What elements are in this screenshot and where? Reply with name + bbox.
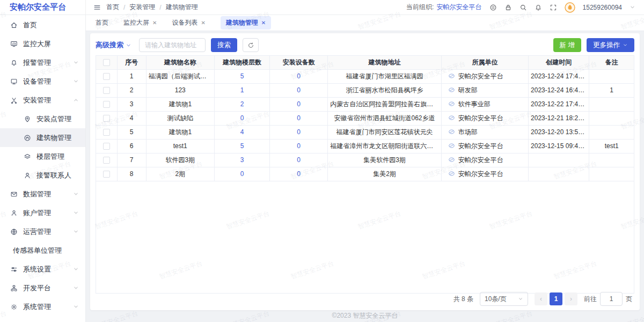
devices-count-link[interactable]: 0: [270, 167, 328, 181]
floors-count-link[interactable]: 5: [214, 69, 269, 83]
row-checkbox[interactable]: [103, 171, 110, 178]
sidebar-item-9[interactable]: 数据管理: [0, 185, 85, 203]
collapse-menu-icon[interactable]: [93, 4, 101, 11]
advanced-search-toggle[interactable]: 高级搜索: [96, 40, 131, 50]
row-checkbox[interactable]: [103, 73, 110, 80]
top-header: 安帕尔安全平台 首页/安装管理/建筑物管理 当前组织: 安帕尔安全平台 1525…: [0, 0, 644, 15]
sidebar-item-13[interactable]: 系统设置: [0, 260, 85, 279]
devices-count-link[interactable]: 0: [270, 125, 328, 139]
chevron-down-icon: [73, 78, 79, 84]
devices-count-link[interactable]: 0: [270, 97, 328, 111]
remark: [589, 125, 634, 139]
owner-unit: 安帕尔安全平台: [441, 139, 528, 153]
sidebar-item-8[interactable]: 接警联系人: [0, 166, 85, 185]
fullscreen-icon[interactable]: [550, 4, 557, 11]
sidebar-item-6[interactable]: 建筑物管理: [0, 128, 85, 147]
goto-page-input[interactable]: [600, 292, 623, 306]
tab-2[interactable]: 设备列表✕: [172, 18, 205, 27]
col-building-name: 建筑物名称: [146, 56, 214, 69]
username[interactable]: 15259260094: [583, 4, 622, 11]
owner-unit-label: 安帕尔安全平台: [458, 142, 503, 150]
sidebar-item-14[interactable]: 开发平台: [0, 279, 85, 297]
add-button[interactable]: 新 增: [553, 38, 581, 52]
floors-count-link[interactable]: 5: [214, 139, 269, 153]
sidebar-item-15[interactable]: 系统管理: [0, 297, 85, 316]
page-size-select[interactable]: 10条/页: [480, 292, 528, 306]
more-actions-button[interactable]: 更多操作: [587, 38, 634, 52]
building-address: 福建省厦门市同安区莲花镇状元尖: [328, 125, 441, 139]
floors-count-link[interactable]: 0: [214, 111, 269, 125]
building-name: 软件园3期: [146, 153, 214, 167]
floors-count-link[interactable]: 3: [214, 153, 269, 167]
sidebar-item-3[interactable]: 设备管理: [0, 72, 85, 91]
breadcrumb-item[interactable]: 建筑物管理: [166, 3, 198, 12]
chevron-down-icon: [73, 60, 79, 65]
bell-icon[interactable]: [535, 4, 542, 11]
row-checkbox[interactable]: [103, 129, 110, 136]
floors-count-link[interactable]: 0: [214, 167, 269, 181]
tab-1[interactable]: 监控大屏✕: [123, 18, 157, 27]
sidebar-item-1[interactable]: 监控大屏: [0, 34, 85, 53]
col-created: 创建时间: [529, 56, 589, 69]
org-name[interactable]: 安帕尔安全平台: [437, 3, 482, 11]
row-checkbox[interactable]: [103, 157, 110, 164]
page-suffix-label: 页: [626, 295, 632, 304]
address-search-input[interactable]: [139, 38, 206, 52]
sidebar-item-label: 安装管理: [23, 96, 73, 105]
contact-icon: [24, 172, 31, 179]
tab-3[interactable]: 建筑物管理✕: [221, 16, 271, 30]
floors-count-link[interactable]: 2: [214, 97, 269, 111]
chevron-down-icon: [623, 42, 628, 48]
created-time: [529, 167, 589, 181]
close-icon[interactable]: ✕: [152, 20, 157, 26]
sidebar-item-12[interactable]: 传感器单位管理: [0, 241, 85, 260]
prev-page-button[interactable]: ‹: [535, 292, 547, 305]
lock-icon[interactable]: [504, 4, 512, 11]
sidebar-item-label: 安装点管理: [36, 114, 79, 124]
sidebar-item-2[interactable]: 报警管理: [0, 53, 85, 72]
tab-0[interactable]: 首页: [96, 18, 108, 27]
select-all-checkbox[interactable]: [103, 59, 110, 66]
sidebar-item-5[interactable]: 安装点管理: [0, 109, 85, 128]
close-icon[interactable]: ✕: [261, 20, 266, 26]
current-org: 当前组织: 安帕尔安全平台: [406, 3, 482, 12]
row-checkbox[interactable]: [103, 115, 110, 122]
created-time: 2023-12-24 16:40:15: [529, 83, 589, 97]
table-row: 6test150福建省漳州市龙文区朝阳街道联六线辅路安帕尔安全平台2023-12…: [96, 139, 634, 153]
refresh-button[interactable]: [243, 38, 259, 52]
breadcrumb-item[interactable]: 首页: [106, 3, 119, 12]
sidebar-item-label: 首页: [23, 20, 79, 30]
install-point-icon: [24, 115, 31, 123]
avatar[interactable]: [565, 2, 575, 13]
tab-label: 首页: [96, 18, 108, 27]
sidebar-item-0[interactable]: 首页: [0, 16, 85, 34]
devices-count-link[interactable]: 0: [270, 139, 328, 153]
row-checkbox[interactable]: [103, 143, 110, 150]
owner-unit: 安帕尔安全平台: [441, 69, 528, 83]
sidebar-item-4[interactable]: 安装管理: [0, 91, 85, 109]
platform-icon[interactable]: [489, 4, 497, 11]
page-1-button[interactable]: 1: [550, 292, 562, 305]
row-checkbox[interactable]: [103, 101, 110, 108]
row-select-cell: [96, 139, 117, 153]
breadcrumb-item[interactable]: 安装管理: [129, 3, 155, 12]
devices-count-link[interactable]: 0: [270, 69, 328, 83]
next-page-button[interactable]: ›: [565, 292, 577, 305]
search-button[interactable]: 搜索: [211, 38, 237, 52]
floors-count-link[interactable]: 1: [214, 83, 269, 97]
sidebar-item-label: 传感器单位管理: [13, 246, 79, 255]
chevron-down-icon[interactable]: [630, 4, 635, 10]
row-select-cell: [96, 111, 117, 125]
row-checkbox[interactable]: [103, 87, 110, 94]
devices-count-link[interactable]: 0: [270, 153, 328, 167]
devices-count-link[interactable]: 0: [270, 83, 328, 97]
sidebar-item-7[interactable]: 楼层管理: [0, 147, 85, 166]
search-icon[interactable]: [519, 4, 527, 11]
devices-count-link[interactable]: 0: [270, 111, 328, 125]
floors-count-link[interactable]: 4: [214, 125, 269, 139]
row-index: 6: [117, 139, 146, 153]
sidebar-item-10[interactable]: 账户管理: [0, 203, 85, 222]
close-icon[interactable]: ✕: [201, 20, 205, 26]
sidebar-item-11[interactable]: 运营管理: [0, 222, 85, 241]
owner-unit: 市场部: [441, 125, 528, 139]
